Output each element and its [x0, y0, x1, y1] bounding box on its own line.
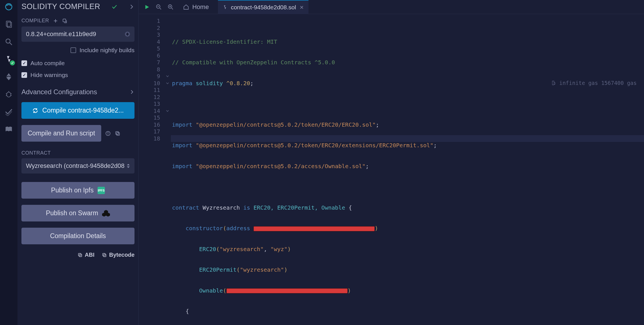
run-icon[interactable]	[144, 4, 150, 10]
svg-line-32	[160, 8, 161, 9]
static-analysis-icon[interactable]	[4, 107, 14, 117]
publish-ipfs-label: Publish on Ipfs	[51, 186, 94, 194]
svg-point-18	[108, 132, 108, 133]
svg-point-3	[6, 39, 10, 43]
solidity-compiler-icon[interactable]	[4, 54, 14, 64]
panel-forward-icon[interactable]	[129, 4, 134, 10]
compile-success-badge	[10, 60, 15, 65]
svg-point-5	[7, 92, 11, 97]
gas-hint: infinite gas 1567400 gas	[551, 80, 637, 87]
compile-button[interactable]: Compile contract-9458de2...	[21, 102, 134, 119]
bytecode-label: Bytecode	[109, 252, 134, 258]
compile-check-icon	[111, 4, 118, 10]
nightly-checkbox[interactable]	[70, 47, 76, 53]
fold-icon[interactable]	[164, 107, 171, 115]
publish-swarm-button[interactable]: Publish on Swarm	[21, 205, 134, 221]
contract-selected-value: Wyzresearch (contract-9458de2d08	[26, 162, 125, 170]
fold-gutter	[164, 14, 171, 325]
zoom-out-icon[interactable]	[156, 4, 162, 10]
compilation-details-button[interactable]: Compilation Details	[21, 228, 134, 244]
svg-marker-30	[145, 5, 149, 9]
compile-button-label: Compile contract-9458de2...	[42, 107, 124, 114]
svg-line-4	[10, 43, 12, 45]
active-tab-label: contract-9458de2d08.sol	[231, 4, 296, 11]
hide-warnings-checkbox[interactable]	[21, 72, 27, 78]
editor-area: Home contract-9458de2d08.sol 12345678910…	[139, 0, 644, 325]
logo-icon	[4, 2, 14, 12]
svg-line-35	[172, 8, 173, 9]
file-explorer-icon[interactable]	[4, 19, 14, 29]
auto-compile-checkbox[interactable]	[21, 60, 27, 66]
svg-rect-29	[103, 253, 105, 256]
svg-rect-28	[103, 254, 106, 257]
ipfs-icon: IPFS	[98, 187, 105, 194]
select-updown-icon	[127, 164, 130, 168]
active-line-highlight	[171, 135, 644, 142]
compilation-details-label: Compilation Details	[50, 232, 106, 240]
home-icon	[183, 4, 189, 10]
auto-compile-row[interactable]: Auto compile	[21, 60, 134, 67]
solidity-compiler-panel: SOLIDITY COMPILER COMPILER 0.8.24+commit…	[17, 0, 139, 325]
code-editor[interactable]: 123456789101112131415161718 // SPDX-Lice…	[139, 14, 644, 325]
abi-label: ABI	[85, 252, 94, 258]
svg-rect-27	[78, 253, 81, 256]
run-script-info-icon[interactable]	[105, 131, 111, 136]
auto-compile-label: Auto compile	[30, 60, 65, 67]
home-label: Home	[192, 3, 209, 11]
advanced-config-toggle[interactable]: Advanced Configurations	[21, 88, 134, 96]
select-updown-icon	[125, 32, 130, 37]
fold-icon[interactable]	[164, 73, 171, 80]
svg-rect-26	[79, 254, 82, 257]
swarm-icon	[102, 210, 110, 217]
search-icon[interactable]	[4, 37, 14, 47]
nightly-builds-row[interactable]: Include nightly builds	[21, 47, 134, 54]
publish-swarm-label: Publish on Swarm	[46, 209, 98, 217]
run-script-label: Compile and Run script	[28, 129, 95, 137]
hide-warnings-label: Hide warnings	[30, 72, 68, 78]
redacted-address	[253, 226, 375, 231]
zoom-in-icon[interactable]	[167, 4, 174, 10]
link-compiler-icon[interactable]	[62, 18, 68, 24]
nightly-label: Include nightly builds	[80, 47, 134, 54]
svg-rect-19	[117, 132, 120, 135]
svg-line-9	[6, 95, 7, 96]
learneth-icon[interactable]	[4, 124, 14, 134]
fold-icon[interactable]	[164, 80, 171, 87]
line-number-gutter: 123456789101112131415161718	[139, 14, 164, 325]
code-content[interactable]: // SPDX-License-Identifier: MIT // Compa…	[171, 14, 644, 325]
gas-pump-icon	[551, 80, 556, 85]
panel-title: SOLIDITY COMPILER	[21, 2, 100, 11]
svg-marker-22	[127, 166, 130, 168]
activity-bar	[0, 0, 17, 325]
add-compiler-icon[interactable]	[53, 18, 58, 23]
svg-rect-13	[63, 19, 66, 22]
publish-ipfs-button[interactable]: Publish on Ipfs IPFS	[21, 182, 134, 199]
deploy-icon[interactable]	[4, 72, 14, 82]
copy-script-icon[interactable]	[115, 131, 120, 136]
redacted-address	[226, 288, 348, 293]
copy-abi-button[interactable]: ABI	[78, 252, 94, 258]
svg-marker-15	[126, 34, 129, 36]
close-tab-icon[interactable]	[299, 5, 304, 10]
svg-line-7	[6, 94, 7, 94]
home-tab[interactable]: Home	[179, 3, 212, 11]
svg-rect-20	[116, 131, 118, 134]
contract-select[interactable]: Wyzresearch (contract-9458de2d08	[21, 158, 134, 174]
compiler-version-value: 0.8.24+commit.e11b9ed9	[26, 30, 96, 38]
debugger-icon[interactable]	[4, 89, 14, 99]
contract-label: CONTRACT	[21, 150, 134, 156]
advanced-label: Advanced Configurations	[21, 88, 97, 96]
hide-warnings-row[interactable]: Hide warnings	[21, 72, 134, 78]
editor-topbar: Home contract-9458de2d08.sol	[139, 0, 644, 14]
copy-bytecode-button[interactable]: Bytecode	[102, 252, 134, 258]
svg-line-8	[10, 94, 12, 94]
svg-line-10	[10, 95, 12, 96]
svg-marker-21	[127, 164, 130, 165]
compiler-label: COMPILER	[21, 18, 49, 24]
active-file-tab[interactable]: contract-9458de2d08.sol	[218, 0, 308, 14]
solidity-file-icon	[222, 5, 228, 10]
compiler-version-select[interactable]: 0.8.24+commit.e11b9ed9	[21, 27, 134, 42]
compile-run-script-button[interactable]: Compile and Run script	[21, 125, 101, 142]
refresh-icon	[32, 107, 38, 114]
